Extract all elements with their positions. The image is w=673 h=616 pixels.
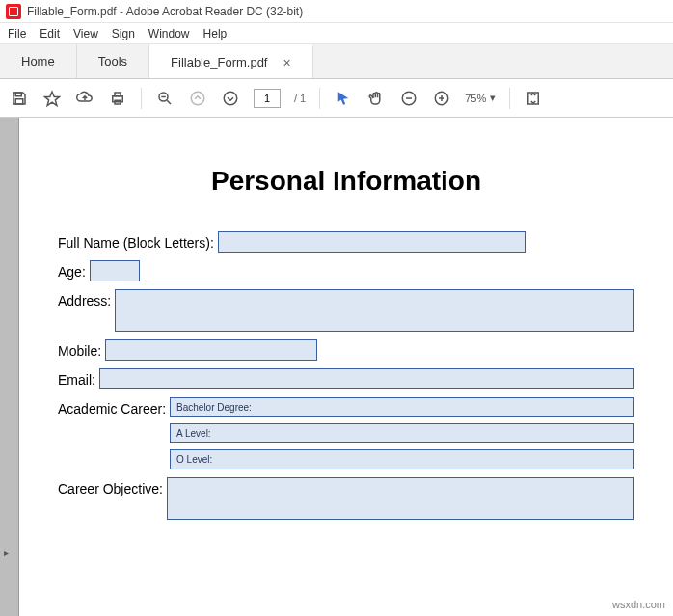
page-viewport: Personal Information Full Name (Block Le…	[19, 118, 673, 616]
page-down-icon[interactable]	[221, 89, 240, 108]
menu-help[interactable]: Help	[203, 27, 228, 40]
input-academic-alevel[interactable]: A Level:	[170, 423, 634, 443]
input-academic-bachelor[interactable]: Bachelor Degree:	[170, 397, 634, 417]
cloud-upload-icon[interactable]	[75, 89, 94, 108]
thumbnail-panel-collapsed[interactable]: ▸	[0, 118, 19, 616]
tab-document-label: Fillable_Form.pdf	[171, 55, 267, 69]
label-address: Address:	[58, 289, 115, 308]
menu-edit[interactable]: Edit	[40, 27, 60, 40]
zoom-minus-icon[interactable]	[399, 89, 418, 108]
document-area: ▸ Personal Information Full Name (Block …	[0, 118, 673, 616]
menu-file[interactable]: File	[8, 27, 26, 40]
label-full-name: Full Name (Block Letters):	[58, 231, 218, 251]
svg-marker-11	[338, 92, 349, 105]
svg-line-7	[167, 100, 171, 104]
app-icon	[6, 4, 21, 19]
close-icon[interactable]: ×	[283, 55, 290, 70]
page-number-input[interactable]	[254, 89, 281, 108]
input-career-objective[interactable]	[167, 477, 634, 520]
input-mobile[interactable]	[105, 339, 317, 361]
tab-document[interactable]: Fillable_Form.pdf ×	[149, 44, 313, 78]
svg-rect-4	[115, 93, 121, 96]
toolbar: / 1 75%▾	[0, 79, 673, 118]
label-email: Email:	[58, 368, 99, 388]
svg-rect-1	[15, 98, 23, 103]
hand-tool-icon[interactable]	[366, 89, 386, 108]
window-title: Fillable_Form.pdf - Adobe Acrobat Reader…	[27, 5, 303, 18]
pdf-page: Personal Information Full Name (Block Le…	[29, 147, 663, 547]
input-email[interactable]	[99, 368, 634, 389]
toolbar-divider	[319, 88, 320, 109]
chevron-down-icon: ▾	[490, 92, 496, 104]
menu-sign[interactable]: Sign	[112, 27, 135, 40]
page-up-icon[interactable]	[188, 89, 207, 108]
print-icon[interactable]	[108, 89, 127, 108]
label-academic-career: Academic Career:	[58, 397, 170, 416]
zoom-dropdown[interactable]: 75%▾	[465, 92, 496, 104]
select-tool-icon[interactable]	[334, 89, 353, 108]
watermark: wsxdn.com	[612, 599, 665, 610]
star-icon[interactable]	[42, 89, 62, 108]
label-mobile: Mobile:	[58, 339, 105, 359]
svg-marker-2	[45, 92, 60, 105]
toolbar-divider	[509, 88, 510, 109]
tab-home[interactable]: Home	[0, 44, 77, 78]
label-age: Age:	[58, 260, 90, 280]
toolbar-divider	[141, 88, 142, 109]
input-address[interactable]	[115, 289, 634, 332]
zoom-out-icon[interactable]	[155, 89, 175, 108]
label-career-objective: Career Objective:	[58, 477, 167, 496]
svg-rect-0	[15, 93, 21, 96]
input-academic-olevel[interactable]: O Level:	[170, 449, 634, 469]
input-age[interactable]	[90, 260, 140, 281]
input-full-name[interactable]	[218, 231, 526, 253]
titlebar: Fillable_Form.pdf - Adobe Acrobat Reader…	[0, 0, 673, 23]
svg-point-10	[224, 92, 237, 105]
save-icon[interactable]	[10, 89, 29, 108]
page-total: / 1	[294, 93, 306, 104]
fit-page-icon[interactable]	[524, 89, 543, 108]
expand-panel-icon[interactable]: ▸	[4, 548, 9, 558]
menu-view[interactable]: View	[73, 27, 98, 40]
tabbar: Home Tools Fillable_Form.pdf ×	[0, 44, 673, 79]
menu-window[interactable]: Window	[148, 27, 190, 40]
svg-point-9	[191, 92, 204, 105]
form-heading: Personal Information	[58, 166, 634, 197]
tab-tools[interactable]: Tools	[77, 44, 149, 78]
zoom-plus-icon[interactable]	[432, 89, 451, 108]
menubar: File Edit View Sign Window Help	[0, 23, 673, 44]
